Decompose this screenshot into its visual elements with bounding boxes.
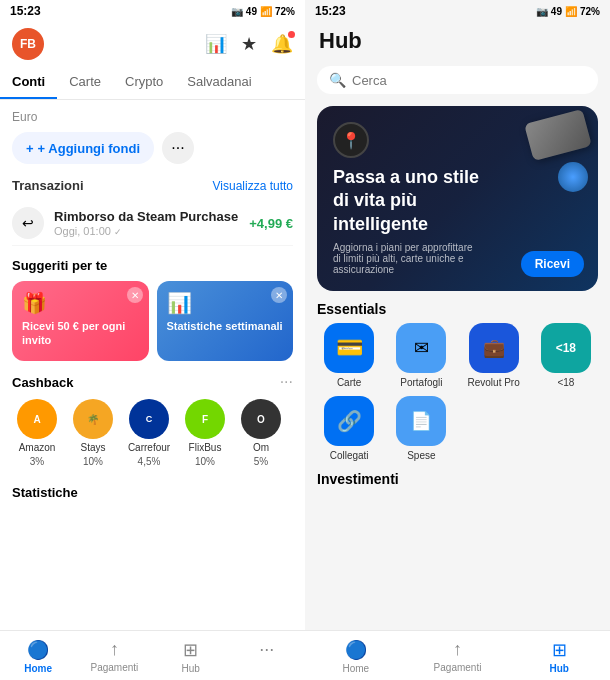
amazon-pct: 3% bbox=[30, 456, 44, 467]
carrefour-name: Carrefour bbox=[128, 442, 170, 453]
spese-icon: 📄 bbox=[396, 396, 446, 446]
investments-label: Investimenti bbox=[317, 471, 598, 487]
hero-card-icon: 📍 bbox=[333, 122, 369, 158]
hub-label-right: Hub bbox=[549, 663, 568, 674]
revolut-pro-icon: 💼 bbox=[469, 323, 519, 373]
flixbus-pct: 10% bbox=[195, 456, 215, 467]
ess-collegati[interactable]: 🔗 Collegati bbox=[317, 396, 381, 461]
header-left: FB 📊 ★ 🔔 bbox=[0, 22, 305, 66]
carrefour-logo: C bbox=[129, 399, 169, 439]
nav-home-right[interactable]: 🔵 Home bbox=[305, 637, 407, 676]
avatar[interactable]: FB bbox=[12, 28, 44, 60]
transactions-label: Transazioni bbox=[12, 178, 84, 193]
status-icons-left: 📷 49 📶 72% bbox=[231, 6, 295, 17]
transaction-amount: +4,99 € bbox=[249, 216, 293, 231]
ess-revolut-pro[interactable]: 💼 Revolut Pro bbox=[462, 323, 526, 388]
chart-icon[interactable]: 📊 bbox=[205, 33, 227, 55]
transactions-header: Transazioni Visualizza tutto bbox=[12, 178, 293, 193]
cashback-stays[interactable]: 🌴 Stays 10% bbox=[68, 399, 118, 467]
hero-receive-button[interactable]: Ricevi bbox=[521, 251, 584, 277]
om-pct: 5% bbox=[254, 456, 268, 467]
header-icons: 📊 ★ 🔔 bbox=[205, 33, 293, 55]
collegati-icon: 🔗 bbox=[324, 396, 374, 446]
credit-card-visual bbox=[524, 109, 592, 161]
ess-spese[interactable]: 📄 Spese bbox=[389, 396, 453, 461]
nav-pagamenti-right[interactable]: ↑ Pagamenti bbox=[407, 637, 509, 676]
ess-under18[interactable]: <18 <18 bbox=[534, 323, 598, 388]
bell-icon[interactable]: 🔔 bbox=[271, 33, 293, 55]
tab-salvadanai[interactable]: Salvadanai bbox=[175, 66, 263, 99]
stats-text: Statistiche settimanali bbox=[167, 319, 284, 333]
carrefour-pct: 4,5% bbox=[138, 456, 161, 467]
cashback-om[interactable]: O Om 5% bbox=[236, 399, 286, 467]
stats-section: Statistiche bbox=[12, 477, 293, 500]
tab-carte[interactable]: Carte bbox=[57, 66, 113, 99]
more-button[interactable]: ··· bbox=[162, 132, 194, 164]
tab-conti[interactable]: Conti bbox=[0, 66, 57, 99]
home-label-right: Home bbox=[342, 663, 369, 674]
search-bar[interactable]: 🔍 bbox=[317, 66, 598, 94]
flixbus-name: FlixBus bbox=[189, 442, 222, 453]
nav-hub-left[interactable]: ⊞ Hub bbox=[153, 637, 229, 676]
carte-label: Carte bbox=[337, 377, 361, 388]
cashback-more-button[interactable]: ··· bbox=[280, 373, 293, 391]
pagamenti-icon-right: ↑ bbox=[453, 639, 462, 660]
more-nav-icon: ··· bbox=[259, 639, 274, 660]
suggestions-label: Suggeriti per te bbox=[12, 258, 293, 273]
search-icon: 🔍 bbox=[329, 72, 346, 88]
content-left: Euro + + Aggiungi fondi ··· Transazioni … bbox=[0, 100, 305, 630]
hero-description: Aggiorna i piani per approfittare di lim… bbox=[333, 242, 483, 275]
nav-more-left[interactable]: ··· bbox=[229, 637, 305, 676]
globe-visual bbox=[558, 162, 588, 192]
notification-dot bbox=[288, 31, 295, 38]
om-logo: O bbox=[241, 399, 281, 439]
amazon-logo: A bbox=[17, 399, 57, 439]
bottom-nav-left: 🔵 Home ↑ Pagamenti ⊞ Hub ··· bbox=[0, 630, 305, 680]
view-all-link[interactable]: Visualizza tutto bbox=[213, 179, 294, 193]
hub-nav-label: Hub bbox=[181, 663, 199, 674]
right-panel: 15:23 📷 49 📶 72% Hub 🔍 ✕ 📍 Passa a uno s… bbox=[305, 0, 610, 680]
cashback-amazon[interactable]: A Amazon 3% bbox=[12, 399, 62, 467]
star-icon[interactable]: ★ bbox=[241, 33, 257, 55]
ess-carte[interactable]: 💳 Carte bbox=[317, 323, 381, 388]
close-invite-button[interactable]: ✕ bbox=[127, 287, 143, 303]
left-panel: 15:23 📷 49 📶 72% FB 📊 ★ 🔔 Conti Carte Cr… bbox=[0, 0, 305, 680]
collegati-label: Collegati bbox=[330, 450, 369, 461]
search-input[interactable] bbox=[352, 73, 586, 88]
transaction-item[interactable]: ↩ Rimborso da Steam Purchase Oggi, 01:00… bbox=[12, 201, 293, 246]
suggestion-invite[interactable]: ✕ 🎁 Ricevi 50 € per ogni invito bbox=[12, 281, 149, 361]
right-content: ✕ 📍 Passa a uno stile di vita più intell… bbox=[305, 100, 610, 630]
hub-title: Hub bbox=[319, 28, 362, 54]
plus-icon: + bbox=[26, 141, 34, 156]
tab-crypto[interactable]: Crypto bbox=[113, 66, 175, 99]
transaction-info: Rimborso da Steam Purchase Oggi, 01:00 ✓ bbox=[54, 209, 239, 237]
home-nav-icon: 🔵 bbox=[27, 639, 49, 661]
suggestion-stats[interactable]: ✕ 📊 Statistiche settimanali bbox=[157, 281, 294, 361]
status-bar-right: 15:23 📷 49 📶 72% bbox=[305, 0, 610, 22]
hero-title: Passa a uno stile di vita più intelligen… bbox=[333, 166, 493, 236]
stays-pct: 10% bbox=[83, 456, 103, 467]
tabs: Conti Carte Crypto Salvadanai bbox=[0, 66, 305, 100]
stays-logo: 🌴 bbox=[73, 399, 113, 439]
cashback-carrefour[interactable]: C Carrefour 4,5% bbox=[124, 399, 174, 467]
transaction-date: Oggi, 01:00 ✓ bbox=[54, 225, 239, 237]
time-right: 15:23 bbox=[315, 4, 346, 18]
ess-portafogli[interactable]: ✉ Portafogli bbox=[389, 323, 453, 388]
home-nav-label: Home bbox=[24, 663, 52, 674]
cashback-flixbus[interactable]: F FlixBus 10% bbox=[180, 399, 230, 467]
under18-label: <18 bbox=[557, 377, 574, 388]
nav-home-left[interactable]: 🔵 Home bbox=[0, 637, 76, 676]
carte-icon: 💳 bbox=[324, 323, 374, 373]
stays-name: Stays bbox=[80, 442, 105, 453]
nav-hub-right[interactable]: ⊞ Hub bbox=[508, 637, 610, 676]
nav-pagamenti-left[interactable]: ↑ Pagamenti bbox=[76, 637, 152, 676]
close-stats-button[interactable]: ✕ bbox=[271, 287, 287, 303]
fund-row: + + Aggiungi fondi ··· bbox=[12, 132, 293, 164]
portafogli-icon: ✉ bbox=[396, 323, 446, 373]
amazon-name: Amazon bbox=[19, 442, 56, 453]
header-right: Hub bbox=[305, 22, 610, 60]
verified-icon: ✓ bbox=[114, 227, 122, 237]
add-funds-button[interactable]: + + Aggiungi fondi bbox=[12, 132, 154, 164]
hub-icon-right: ⊞ bbox=[552, 639, 567, 661]
invite-text: Ricevi 50 € per ogni invito bbox=[22, 319, 139, 348]
